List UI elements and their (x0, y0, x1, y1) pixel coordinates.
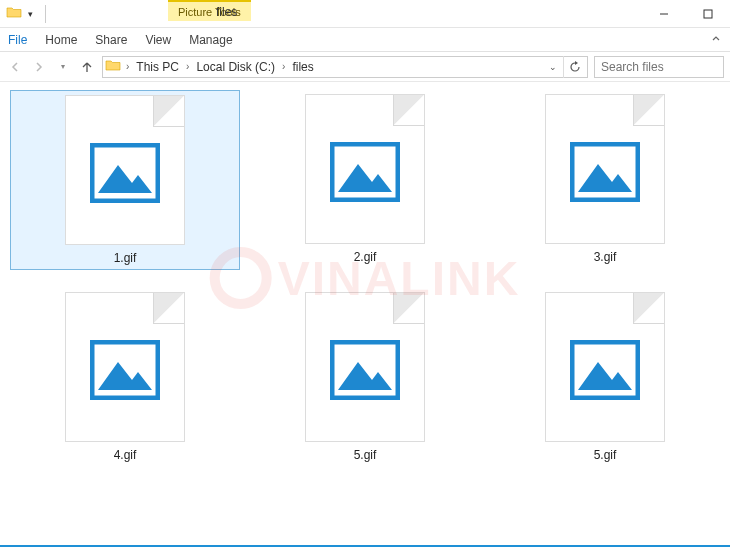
file-name: 4.gif (114, 448, 137, 462)
ribbon-tab-share[interactable]: Share (95, 33, 127, 47)
chevron-right-icon[interactable]: › (183, 61, 192, 72)
breadcrumb-segment[interactable]: Local Disk (C:) (194, 60, 277, 74)
nav-history-dropdown[interactable]: ▾ (54, 58, 72, 76)
folder-icon (105, 58, 121, 75)
file-name: 5.gif (594, 448, 617, 462)
image-icon (330, 142, 400, 202)
image-icon (570, 142, 640, 202)
minimize-button[interactable] (642, 0, 686, 28)
file-thumbnail (545, 292, 665, 442)
file-item[interactable]: 2.gif (250, 90, 480, 270)
image-icon (90, 143, 160, 203)
image-icon (570, 340, 640, 400)
image-icon (330, 340, 400, 400)
file-name: 1.gif (114, 251, 137, 265)
chevron-right-icon[interactable]: › (123, 61, 132, 72)
nav-back-button[interactable] (6, 58, 24, 76)
contextual-tab-picture-tools[interactable]: Picture Tools (168, 0, 251, 21)
ribbon-tab-view[interactable]: View (145, 33, 171, 47)
file-item[interactable]: 5.gif (250, 288, 480, 466)
file-thumbnail (305, 292, 425, 442)
svg-rect-1 (704, 10, 712, 18)
file-list: VINALINK 1.gif 2.gif 3.gif (0, 82, 730, 474)
ribbon-file-tab[interactable]: File (8, 33, 27, 47)
file-item[interactable]: 4.gif (10, 288, 240, 466)
file-item[interactable]: 3.gif (490, 90, 720, 270)
file-thumbnail (545, 94, 665, 244)
maximize-button[interactable] (686, 0, 730, 28)
ribbon-tab-manage[interactable]: Manage (189, 33, 232, 47)
nav-forward-button[interactable] (30, 58, 48, 76)
ribbon-tab-home[interactable]: Home (45, 33, 77, 47)
nav-up-button[interactable] (78, 58, 96, 76)
file-thumbnail (65, 95, 185, 245)
qat-separator (45, 5, 46, 23)
ribbon-collapse-icon[interactable] (710, 32, 722, 47)
breadcrumb[interactable]: › This PC › Local Disk (C:) › files ⌄ (102, 56, 588, 78)
window-title: files (216, 5, 237, 19)
file-item[interactable]: 5.gif (490, 288, 720, 466)
file-item[interactable]: 1.gif (10, 90, 240, 270)
ribbon-tabs: File Home Share View Manage (0, 28, 730, 52)
folder-icon (6, 5, 22, 22)
breadcrumb-segment[interactable]: files (290, 60, 315, 74)
file-thumbnail (305, 94, 425, 244)
file-name: 5.gif (354, 448, 377, 462)
file-thumbnail (65, 292, 185, 442)
title-bar: ▾ Picture Tools files (0, 0, 730, 28)
refresh-button[interactable] (563, 56, 585, 78)
breadcrumb-segment[interactable]: This PC (134, 60, 181, 74)
breadcrumb-dropdown-icon[interactable]: ⌄ (549, 62, 557, 72)
file-name: 2.gif (354, 250, 377, 264)
image-icon (90, 340, 160, 400)
chevron-right-icon[interactable]: › (279, 61, 288, 72)
file-name: 3.gif (594, 250, 617, 264)
qat-dropdown-icon[interactable]: ▾ (26, 9, 35, 19)
search-input[interactable] (594, 56, 724, 78)
address-bar: ▾ › This PC › Local Disk (C:) › files ⌄ (0, 52, 730, 82)
